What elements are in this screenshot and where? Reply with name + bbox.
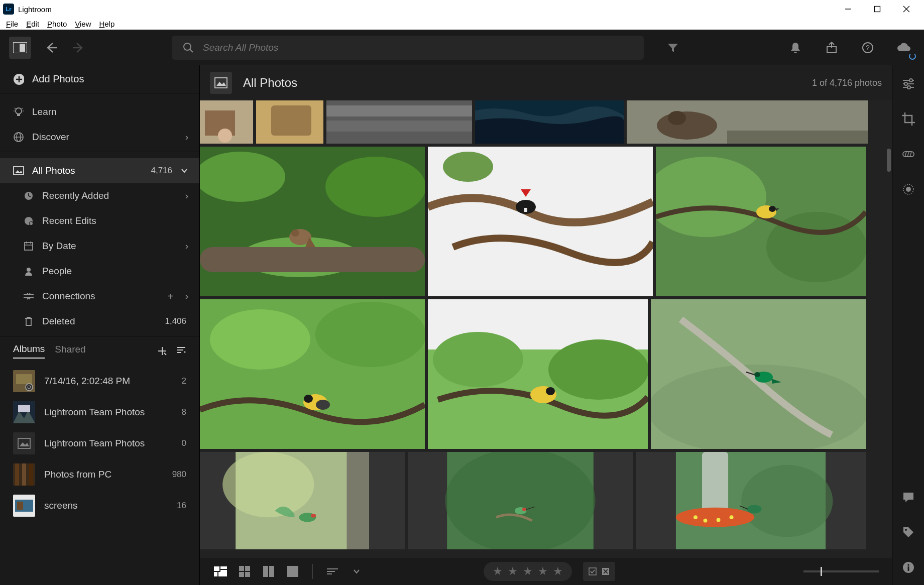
search-input[interactable]	[203, 42, 633, 53]
menu-view[interactable]: View	[72, 20, 94, 28]
scrollbar-thumb[interactable]	[887, 149, 891, 172]
tab-shared[interactable]: Shared	[55, 344, 85, 358]
album-count: 2	[182, 376, 186, 386]
svg-rect-156	[907, 566, 909, 571]
album-item[interactable]: Lightroom Team Photos 0	[0, 428, 199, 459]
mask-button[interactable]	[900, 181, 917, 198]
clock-edit-icon	[23, 215, 34, 226]
window-minimize-button[interactable]	[834, 0, 863, 18]
photo-thumbnail[interactable]	[651, 299, 866, 449]
tab-albums[interactable]: Albums	[13, 343, 45, 359]
share-button[interactable]	[821, 37, 843, 59]
cloud-sync-button[interactable]	[893, 37, 915, 59]
search-bar[interactable]	[172, 36, 644, 60]
svg-rect-132	[269, 566, 274, 577]
notifications-button[interactable]	[784, 37, 806, 59]
add-connection-button[interactable]: +	[167, 291, 173, 302]
album-thumb	[13, 401, 35, 423]
info-button[interactable]	[900, 559, 917, 576]
sidebar-deleted[interactable]: Deleted 1,406	[0, 309, 199, 334]
flag-reject-icon[interactable]	[601, 567, 610, 576]
photo-thumbnail[interactable]	[475, 100, 624, 144]
svg-line-149	[907, 152, 909, 157]
zoom-slider-handle[interactable]	[821, 567, 822, 576]
view-grid-button[interactable]	[213, 564, 228, 579]
connections-label: Connections	[42, 291, 95, 302]
photo-thumbnail[interactable]	[326, 100, 472, 144]
menu-file[interactable]: File	[3, 20, 21, 28]
filter-button[interactable]	[662, 37, 684, 59]
star-icon[interactable]: ★	[538, 565, 548, 578]
chevron-down-icon[interactable]	[180, 167, 188, 175]
menu-help[interactable]: Help	[96, 20, 118, 28]
view-square-grid-button[interactable]	[237, 564, 252, 579]
menu-edit[interactable]: Edit	[23, 20, 42, 28]
photo-thumbnail[interactable]	[428, 299, 648, 449]
photo-thumbnail[interactable]	[200, 100, 253, 144]
svg-point-28	[30, 222, 33, 225]
sort-button[interactable]	[325, 564, 340, 579]
star-icon[interactable]: ★	[553, 565, 563, 578]
flag-pick-icon[interactable]	[588, 567, 597, 576]
home-panel-toggle[interactable]	[9, 37, 31, 59]
photo-thumbnail[interactable]	[408, 452, 633, 549]
crop-button[interactable]	[900, 110, 917, 128]
comments-button[interactable]	[900, 489, 917, 506]
top-toolbar: ?	[0, 30, 924, 65]
sidebar-by-date[interactable]: By Date ›	[0, 233, 199, 259]
album-name: Lightroom Team Photos	[44, 438, 145, 449]
sort-albums-button[interactable]	[176, 346, 186, 356]
view-compare-button[interactable]	[261, 564, 276, 579]
rating-filter[interactable]: ★ ★ ★ ★ ★	[484, 562, 572, 581]
add-photos-button[interactable]: Add Photos	[0, 65, 199, 93]
album-item[interactable]: Lightroom Team Photos 8	[0, 397, 199, 428]
sort-dropdown-button[interactable]	[349, 564, 364, 579]
add-album-button[interactable]	[157, 346, 167, 356]
keywords-button[interactable]	[900, 524, 917, 541]
svg-point-152	[906, 187, 911, 192]
photo-thumbnail[interactable]	[627, 100, 868, 144]
trash-icon	[23, 316, 34, 327]
star-icon[interactable]: ★	[523, 565, 533, 578]
sidebar-recent-edits[interactable]: Recent Edits	[0, 208, 199, 233]
window-close-button[interactable]	[892, 0, 921, 18]
collection-icon[interactable]	[210, 72, 232, 94]
sidebar-learn[interactable]: Learn	[0, 99, 199, 125]
menu-photo[interactable]: Photo	[44, 20, 70, 28]
photo-thumbnail[interactable]	[200, 299, 425, 449]
svg-point-6	[184, 43, 191, 50]
photo-thumbnail[interactable]	[200, 147, 425, 296]
content-header: All Photos 1 of 4,716 photos	[200, 65, 892, 100]
photo-grid[interactable]	[200, 100, 892, 558]
photo-thumbnail[interactable]	[200, 452, 405, 549]
svg-point-74	[325, 157, 425, 217]
album-item[interactable]: Photos from PC 980	[0, 459, 199, 490]
edit-sliders-button[interactable]	[900, 75, 917, 92]
photo-thumbnail[interactable]	[656, 147, 866, 296]
star-icon[interactable]: ★	[493, 565, 503, 578]
content-title: All Photos	[243, 76, 297, 90]
album-item[interactable]: screens 16	[0, 490, 199, 521]
zoom-slider[interactable]	[803, 570, 879, 572]
sidebar-people[interactable]: People	[0, 259, 199, 284]
photo-thumbnail[interactable]	[636, 452, 866, 549]
star-icon[interactable]: ★	[508, 565, 518, 578]
album-item[interactable]: 7/14/16, 2:02:48 PM 2	[0, 366, 199, 397]
window-maximize-button[interactable]	[863, 0, 892, 18]
deleted-label: Deleted	[42, 316, 75, 327]
sidebar-recently-added[interactable]: Recently Added ›	[0, 183, 199, 208]
sidebar-all-photos[interactable]: All Photos 4,716	[0, 158, 199, 183]
sidebar-discover[interactable]: Discover ›	[0, 125, 199, 150]
svg-line-150	[910, 152, 911, 157]
photo-thumbnail[interactable]	[256, 100, 323, 144]
heal-button[interactable]	[900, 146, 917, 163]
help-button[interactable]: ?	[857, 37, 879, 59]
sidebar-connections[interactable]: Connections + ›	[0, 284, 199, 309]
view-detail-button[interactable]	[285, 564, 300, 579]
nav-back-button[interactable]	[40, 37, 62, 59]
photo-thumbnail[interactable]	[428, 147, 653, 296]
svg-rect-53	[29, 463, 33, 486]
flag-filter[interactable]	[583, 562, 615, 581]
svg-rect-76	[200, 247, 425, 272]
content-area: All Photos 1 of 4,716 photos	[200, 65, 892, 585]
